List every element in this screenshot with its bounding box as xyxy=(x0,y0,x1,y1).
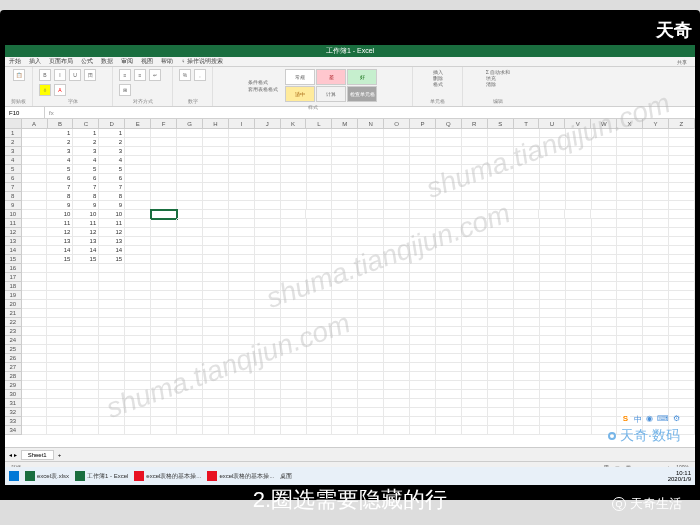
cell[interactable] xyxy=(281,390,307,399)
cell[interactable]: 1 xyxy=(73,129,99,138)
cell[interactable] xyxy=(151,138,177,147)
cell[interactable] xyxy=(229,156,255,165)
cell[interactable] xyxy=(281,282,307,291)
cell[interactable] xyxy=(617,174,643,183)
cell[interactable]: 15 xyxy=(47,255,73,264)
cell[interactable] xyxy=(410,210,436,219)
cell[interactable]: 10 xyxy=(47,210,73,219)
cell[interactable] xyxy=(617,156,643,165)
cell[interactable] xyxy=(358,201,384,210)
cell[interactable] xyxy=(255,264,281,273)
cell[interactable] xyxy=(229,426,255,435)
cell[interactable] xyxy=(332,291,358,300)
cell[interactable] xyxy=(332,219,358,228)
cell[interactable] xyxy=(384,246,410,255)
cell[interactable] xyxy=(73,417,99,426)
cell[interactable] xyxy=(358,210,384,219)
cell[interactable] xyxy=(229,363,255,372)
cell[interactable] xyxy=(203,399,229,408)
cell[interactable] xyxy=(462,426,488,435)
row-header[interactable]: 31 xyxy=(5,399,22,408)
cell[interactable] xyxy=(255,345,281,354)
cell[interactable] xyxy=(617,201,643,210)
sheet-nav-icon[interactable]: ◂ ▸ xyxy=(9,451,17,458)
cell[interactable] xyxy=(332,300,358,309)
cell[interactable] xyxy=(332,264,358,273)
cell[interactable] xyxy=(436,138,462,147)
cell[interactable] xyxy=(462,372,488,381)
cell[interactable] xyxy=(592,165,618,174)
cell[interactable] xyxy=(643,129,669,138)
cell[interactable]: 11 xyxy=(47,219,73,228)
cell[interactable] xyxy=(125,318,151,327)
cell[interactable]: 4 xyxy=(99,156,125,165)
cell[interactable] xyxy=(384,345,410,354)
paste-icon[interactable]: 📋 xyxy=(13,69,25,81)
cell[interactable]: 3 xyxy=(99,147,125,156)
cell[interactable] xyxy=(203,246,229,255)
cell[interactable] xyxy=(566,291,592,300)
cell[interactable] xyxy=(539,210,565,219)
cell[interactable] xyxy=(177,282,203,291)
cell[interactable] xyxy=(281,192,307,201)
cell[interactable] xyxy=(436,327,462,336)
cell[interactable] xyxy=(410,192,436,201)
col-header[interactable]: L xyxy=(306,119,332,128)
cell[interactable] xyxy=(488,156,514,165)
cell[interactable] xyxy=(384,255,410,264)
cell[interactable] xyxy=(307,345,333,354)
cell[interactable] xyxy=(462,174,488,183)
sogou-icon[interactable]: S xyxy=(621,414,630,425)
cell[interactable] xyxy=(255,336,281,345)
cell[interactable] xyxy=(410,264,436,273)
cell[interactable] xyxy=(669,345,695,354)
cell[interactable] xyxy=(514,228,540,237)
tab-help[interactable]: 帮助 xyxy=(161,57,173,66)
cell[interactable] xyxy=(99,264,125,273)
cell[interactable] xyxy=(462,165,488,174)
cell[interactable] xyxy=(203,264,229,273)
cell[interactable] xyxy=(617,309,643,318)
cell[interactable] xyxy=(384,318,410,327)
cell[interactable] xyxy=(617,318,643,327)
cell[interactable] xyxy=(617,282,643,291)
cell[interactable] xyxy=(540,138,566,147)
cell[interactable] xyxy=(47,426,73,435)
cell[interactable] xyxy=(462,282,488,291)
cell[interactable] xyxy=(384,210,410,219)
cell[interactable] xyxy=(384,426,410,435)
cell[interactable] xyxy=(669,246,695,255)
col-header[interactable]: Z xyxy=(669,119,695,128)
cell[interactable] xyxy=(307,228,333,237)
cell[interactable]: 3 xyxy=(47,147,73,156)
cell[interactable] xyxy=(436,174,462,183)
cell[interactable] xyxy=(592,291,618,300)
cell[interactable] xyxy=(514,246,540,255)
cell[interactable] xyxy=(358,228,384,237)
cell[interactable] xyxy=(566,228,592,237)
tab-insert[interactable]: 插入 xyxy=(29,57,41,66)
cell[interactable] xyxy=(410,183,436,192)
cell[interactable] xyxy=(307,390,333,399)
cell[interactable] xyxy=(22,273,48,282)
cell[interactable] xyxy=(307,201,333,210)
cell[interactable] xyxy=(384,138,410,147)
cell[interactable] xyxy=(22,345,48,354)
cell[interactable] xyxy=(47,345,73,354)
cell[interactable] xyxy=(281,381,307,390)
cell[interactable] xyxy=(514,390,540,399)
cell[interactable] xyxy=(488,174,514,183)
cell[interactable] xyxy=(151,129,177,138)
cell[interactable] xyxy=(229,219,255,228)
cell[interactable] xyxy=(566,183,592,192)
cell[interactable] xyxy=(151,210,177,219)
col-header[interactable]: V xyxy=(565,119,591,128)
cell[interactable] xyxy=(410,138,436,147)
cell[interactable] xyxy=(592,399,618,408)
cell[interactable] xyxy=(177,237,203,246)
row-header[interactable]: 27 xyxy=(5,363,22,372)
cell[interactable] xyxy=(99,309,125,318)
cell[interactable] xyxy=(410,282,436,291)
cell[interactable] xyxy=(669,129,695,138)
cell[interactable] xyxy=(332,426,358,435)
